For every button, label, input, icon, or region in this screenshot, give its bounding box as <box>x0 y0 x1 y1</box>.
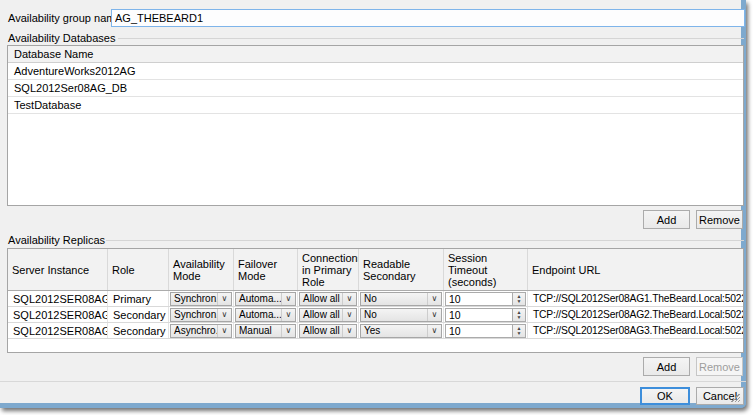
column-header-failover-mode: Failover Mode <box>234 249 298 290</box>
readable-secondary-select[interactable]: Yes∨ <box>360 324 442 338</box>
readable-secondary-select[interactable]: No∨ <box>360 308 442 322</box>
footer-separator <box>0 381 746 382</box>
chevron-down-icon: ∨ <box>342 293 356 305</box>
group-name-label: Availability group name: <box>8 12 125 24</box>
replicas-groupbox-line <box>106 240 744 241</box>
chevron-down-icon: ∨ <box>427 293 441 305</box>
availability-mode-select[interactable]: Synchron...∨ <box>170 292 232 306</box>
role-cell: Secondary <box>108 323 169 338</box>
chevron-down-icon: ∨ <box>281 309 295 321</box>
databases-add-button[interactable]: Add <box>643 210 690 229</box>
column-header-availability-mode: Availability Mode <box>169 249 234 290</box>
replicas-remove-button: Remove <box>696 357 743 376</box>
column-header-role: Role <box>108 249 169 290</box>
ok-button[interactable]: OK <box>640 387 690 405</box>
replica-row[interactable]: SQL2012SER08AG1 Primary Synchron...∨ Aut… <box>8 291 743 307</box>
endpoint-url-cell: TCP://SQL2012Ser08AG1.TheBeard.Local:502… <box>528 291 743 306</box>
failover-mode-select[interactable]: Automa...∨ <box>235 308 296 322</box>
chevron-down-icon: ∨ <box>281 293 295 305</box>
session-timeout-input[interactable]: 10▲▼ <box>445 324 526 338</box>
column-header-server-instance: Server Instance <box>8 249 108 290</box>
availability-group-dialog: Availability group name: Availability Da… <box>0 0 746 408</box>
failover-mode-select[interactable]: Manual∨ <box>235 324 296 338</box>
database-list-item[interactable]: TestDatabase <box>8 97 743 114</box>
server-instance-cell: SQL2012SER08AG3 <box>8 323 108 338</box>
column-header-connections-in-primary-role: Connections in Primary Role <box>298 249 359 290</box>
role-cell: Primary <box>108 291 169 306</box>
databases-list: Database Name AdventureWorks2012AG SQL20… <box>7 45 744 206</box>
replicas-add-button[interactable]: Add <box>643 357 690 376</box>
replicas-grid: Server Instance Role Availability Mode F… <box>7 248 744 353</box>
column-header-session-timeout: Session Timeout (seconds) <box>444 249 528 290</box>
chevron-down-icon: ∨ <box>342 309 356 321</box>
database-list-item[interactable]: SQL2012Ser08AG_DB <box>8 80 743 97</box>
chevron-down-icon: ∨ <box>217 309 231 321</box>
group-name-input[interactable] <box>111 9 745 27</box>
endpoint-url-cell: TCP://SQL2012Ser08AG2.TheBeard.Local:502… <box>528 307 743 322</box>
spinner-updown-icon[interactable]: ▲▼ <box>512 309 525 321</box>
session-timeout-input[interactable]: 10▲▼ <box>445 308 526 322</box>
databases-section-title: Availability Databases <box>8 32 119 44</box>
column-header-readable-secondary: Readable Secondary <box>359 249 444 290</box>
replicas-grid-header: Server Instance Role Availability Mode F… <box>8 249 743 291</box>
connections-in-primary-role-select[interactable]: Allow all ...∨ <box>299 292 357 306</box>
chevron-down-icon: ∨ <box>217 293 231 305</box>
resize-grip-icon[interactable] <box>731 393 740 402</box>
connections-in-primary-role-select[interactable]: Allow all ...∨ <box>299 324 357 338</box>
connections-in-primary-role-select[interactable]: Allow all ...∨ <box>299 308 357 322</box>
replica-row[interactable]: SQL2012SER08AG3 Secondary Asynchro...∨ M… <box>8 323 743 339</box>
chevron-down-icon: ∨ <box>342 325 356 337</box>
databases-remove-button[interactable]: Remove <box>696 210 743 229</box>
server-instance-cell: SQL2012SER08AG1 <box>8 291 108 306</box>
databases-groupbox-line <box>118 38 744 39</box>
chevron-down-icon: ∨ <box>427 309 441 321</box>
chevron-down-icon: ∨ <box>427 325 441 337</box>
databases-column-header: Database Name <box>8 46 743 63</box>
chevron-down-icon: ∨ <box>217 325 231 337</box>
availability-mode-select[interactable]: Asynchro...∨ <box>170 324 232 338</box>
endpoint-url-cell: TCP://SQL2012Ser08AG3.TheBeard.Local:502… <box>528 323 743 338</box>
spinner-updown-icon[interactable]: ▲▼ <box>512 293 525 305</box>
column-header-endpoint-url: Endpoint URL <box>528 249 743 290</box>
role-cell: Secondary <box>108 307 169 322</box>
replicas-section-title: Availability Replicas <box>8 234 109 246</box>
failover-mode-select[interactable]: Automa...∨ <box>235 292 296 306</box>
chevron-down-icon: ∨ <box>281 325 295 337</box>
readable-secondary-select[interactable]: No∨ <box>360 292 442 306</box>
availability-mode-select[interactable]: Synchron...∨ <box>170 308 232 322</box>
replica-row[interactable]: SQL2012SER08AG2 Secondary Synchron...∨ A… <box>8 307 743 323</box>
spinner-updown-icon[interactable]: ▲▼ <box>512 325 525 337</box>
database-list-item[interactable]: AdventureWorks2012AG <box>8 63 743 80</box>
session-timeout-input[interactable]: 10▲▼ <box>445 292 526 306</box>
server-instance-cell: SQL2012SER08AG2 <box>8 307 108 322</box>
